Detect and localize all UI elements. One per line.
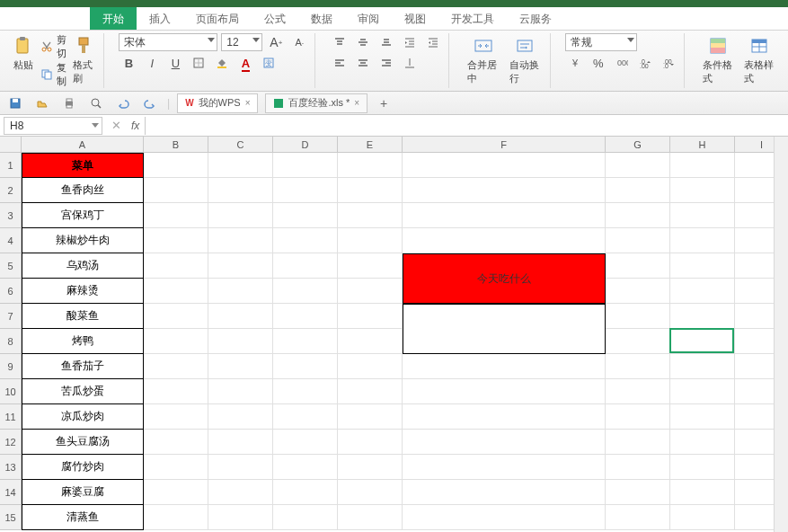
new-tab-button[interactable]: + <box>375 96 393 111</box>
col-header-H[interactable]: H <box>670 137 735 153</box>
col-header-C[interactable]: C <box>208 137 273 153</box>
cell[interactable] <box>273 178 338 203</box>
formula-input[interactable] <box>145 117 788 135</box>
row-header-1[interactable]: 1 <box>0 153 22 178</box>
cell[interactable] <box>208 279 273 304</box>
menu-tab-6[interactable]: 视图 <box>392 7 438 30</box>
cell[interactable] <box>338 455 403 480</box>
cell[interactable] <box>606 379 670 404</box>
menu-tab-8[interactable]: 云服务 <box>507 7 564 30</box>
cell[interactable]: 鱼香肉丝 <box>22 178 144 203</box>
cell[interactable]: 烤鸭 <box>22 329 144 354</box>
cell[interactable] <box>338 329 403 354</box>
currency-button[interactable]: ¥ <box>565 54 585 72</box>
cell[interactable]: 苦瓜炒蛋 <box>22 379 144 404</box>
cell[interactable] <box>670 329 735 354</box>
cell[interactable] <box>208 178 273 203</box>
cell[interactable] <box>144 304 208 329</box>
cell[interactable] <box>144 354 208 379</box>
cell[interactable] <box>144 379 208 404</box>
row-header-5[interactable]: 5 <box>0 253 22 279</box>
font-name-combo[interactable]: 宋体 <box>119 33 217 51</box>
cell[interactable] <box>144 228 208 253</box>
cell[interactable] <box>208 354 273 379</box>
cell[interactable] <box>606 404 670 430</box>
cell[interactable] <box>403 430 606 455</box>
cell[interactable] <box>606 153 670 178</box>
cell[interactable] <box>144 404 208 430</box>
row-header-8[interactable]: 8 <box>0 329 22 354</box>
cell[interactable] <box>403 480 606 505</box>
cell[interactable] <box>144 279 208 304</box>
phonetic-button[interactable]: 变 <box>259 54 279 72</box>
cell[interactable] <box>208 203 273 228</box>
cell[interactable] <box>338 153 403 178</box>
cell[interactable] <box>338 203 403 228</box>
cell[interactable] <box>403 404 606 430</box>
cell[interactable] <box>403 505 606 530</box>
decrease-indent-button[interactable] <box>400 33 420 51</box>
cell[interactable]: 麻辣烫 <box>22 279 144 304</box>
close-icon[interactable]: × <box>354 98 359 108</box>
print-preview-button[interactable] <box>86 94 106 112</box>
cell[interactable] <box>208 480 273 505</box>
col-header-A[interactable]: A <box>22 137 144 153</box>
cell[interactable] <box>273 480 338 505</box>
cell[interactable] <box>338 178 403 203</box>
cell[interactable] <box>403 354 606 379</box>
align-middle-button[interactable] <box>353 33 373 51</box>
cell[interactable] <box>208 430 273 455</box>
cell[interactable] <box>606 228 670 253</box>
row-header-9[interactable]: 9 <box>0 354 22 379</box>
cell[interactable] <box>403 153 606 178</box>
increase-decimal-button[interactable]: .0.00 <box>635 54 655 72</box>
cell[interactable] <box>273 304 338 329</box>
align-bottom-button[interactable] <box>376 33 396 51</box>
increase-indent-button[interactable] <box>423 33 443 51</box>
cell[interactable] <box>606 279 670 304</box>
cell[interactable] <box>273 354 338 379</box>
align-right-button[interactable] <box>376 54 396 72</box>
cell[interactable] <box>606 505 670 530</box>
cell[interactable] <box>670 304 735 329</box>
border-button[interactable] <box>189 54 208 72</box>
cell[interactable] <box>338 505 403 530</box>
cell[interactable] <box>403 178 606 203</box>
cell[interactable] <box>338 304 403 329</box>
row-header-12[interactable]: 12 <box>0 430 22 455</box>
cell[interactable] <box>208 455 273 480</box>
col-header-D[interactable]: D <box>273 137 338 153</box>
row-header-4[interactable]: 4 <box>0 228 22 253</box>
close-icon[interactable]: × <box>245 98 251 108</box>
row-header-6[interactable]: 6 <box>0 279 22 304</box>
cell[interactable] <box>670 404 735 430</box>
cell[interactable]: 酸菜鱼 <box>22 304 144 329</box>
menu-tab-0[interactable]: 开始 <box>90 7 137 30</box>
cell[interactable] <box>403 228 606 253</box>
undo-button[interactable] <box>113 94 133 112</box>
cell[interactable] <box>144 430 208 455</box>
vertical-scrollbar[interactable] <box>774 137 788 532</box>
cell[interactable] <box>208 304 273 329</box>
cell[interactable] <box>670 379 735 404</box>
cell[interactable] <box>208 228 273 253</box>
save-button[interactable] <box>5 94 25 112</box>
cell[interactable] <box>273 379 338 404</box>
cell[interactable] <box>338 228 403 253</box>
cell[interactable]: 鱼头豆腐汤 <box>22 430 144 455</box>
col-header-F[interactable]: F <box>403 137 606 153</box>
cell[interactable] <box>144 153 208 178</box>
cell[interactable]: 辣椒炒牛肉 <box>22 228 144 253</box>
cell[interactable] <box>273 455 338 480</box>
col-header-B[interactable]: B <box>144 137 208 153</box>
cell[interactable] <box>606 480 670 505</box>
cell[interactable] <box>670 279 735 304</box>
col-header-G[interactable]: G <box>606 137 670 153</box>
grow-font-button[interactable]: A+ <box>266 33 286 51</box>
fill-color-button[interactable] <box>212 54 232 72</box>
cell[interactable] <box>144 253 208 279</box>
cell[interactable] <box>670 203 735 228</box>
cell[interactable]: 菜单 <box>22 153 144 178</box>
cell[interactable]: 清蒸鱼 <box>22 505 144 530</box>
row-header-10[interactable]: 10 <box>0 379 22 404</box>
